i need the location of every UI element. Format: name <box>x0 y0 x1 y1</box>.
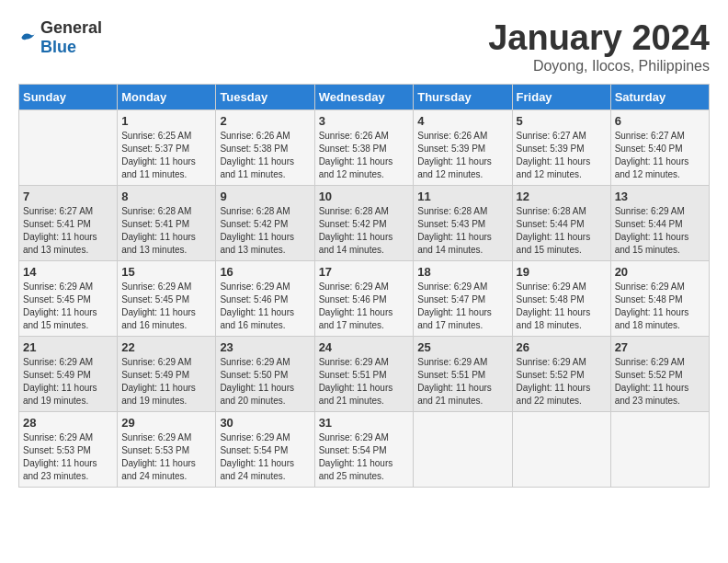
calendar-cell: 10Sunrise: 6:28 AM Sunset: 5:42 PM Dayli… <box>314 186 414 261</box>
calendar-cell: 1Sunrise: 6:25 AM Sunset: 5:37 PM Daylig… <box>118 110 216 186</box>
day-info: Sunrise: 6:29 AM Sunset: 5:44 PM Dayligh… <box>615 205 705 257</box>
day-info: Sunrise: 6:29 AM Sunset: 5:45 PM Dayligh… <box>23 281 113 332</box>
day-number: 8 <box>121 190 211 203</box>
logo: General Blue <box>18 18 102 57</box>
day-number: 22 <box>121 340 211 354</box>
calendar-cell: 14Sunrise: 6:29 AM Sunset: 5:45 PM Dayli… <box>19 261 118 337</box>
day-number: 10 <box>319 190 410 203</box>
calendar-cell: 26Sunrise: 6:29 AM Sunset: 5:52 PM Dayli… <box>512 337 610 412</box>
week-row-1: 1Sunrise: 6:25 AM Sunset: 5:37 PM Daylig… <box>19 110 710 186</box>
calendar-cell: 27Sunrise: 6:29 AM Sunset: 5:52 PM Dayli… <box>610 337 709 412</box>
day-info: Sunrise: 6:27 AM Sunset: 5:40 PM Dayligh… <box>615 130 705 181</box>
calendar-cell: 6Sunrise: 6:27 AM Sunset: 5:40 PM Daylig… <box>610 110 709 186</box>
calendar-cell: 24Sunrise: 6:29 AM Sunset: 5:51 PM Dayli… <box>314 337 414 412</box>
day-info: Sunrise: 6:29 AM Sunset: 5:48 PM Dayligh… <box>517 281 607 332</box>
day-info: Sunrise: 6:29 AM Sunset: 5:52 PM Dayligh… <box>517 356 607 408</box>
day-info: Sunrise: 6:29 AM Sunset: 5:46 PM Dayligh… <box>319 281 410 332</box>
calendar-cell: 31Sunrise: 6:29 AM Sunset: 5:54 PM Dayli… <box>314 412 414 488</box>
calendar-cell: 21Sunrise: 6:29 AM Sunset: 5:49 PM Dayli… <box>19 337 118 412</box>
calendar-table: SundayMondayTuesdayWednesdayThursdayFrid… <box>18 84 710 488</box>
day-number: 17 <box>319 265 410 279</box>
calendar-cell: 22Sunrise: 6:29 AM Sunset: 5:49 PM Dayli… <box>118 337 216 412</box>
week-row-4: 21Sunrise: 6:29 AM Sunset: 5:49 PM Dayli… <box>19 337 710 412</box>
day-info: Sunrise: 6:29 AM Sunset: 5:53 PM Dayligh… <box>23 431 113 483</box>
calendar-cell: 2Sunrise: 6:26 AM Sunset: 5:38 PM Daylig… <box>216 110 314 186</box>
day-info: Sunrise: 6:29 AM Sunset: 5:49 PM Dayligh… <box>121 356 211 408</box>
calendar-cell <box>610 412 709 488</box>
day-number: 21 <box>23 340 113 354</box>
day-number: 31 <box>319 416 410 430</box>
calendar-cell: 18Sunrise: 6:29 AM Sunset: 5:47 PM Dayli… <box>414 261 512 337</box>
calendar-header-row: SundayMondayTuesdayWednesdayThursdayFrid… <box>19 85 710 110</box>
day-info: Sunrise: 6:26 AM Sunset: 5:39 PM Dayligh… <box>417 130 507 181</box>
day-info: Sunrise: 6:29 AM Sunset: 5:54 PM Dayligh… <box>220 431 310 483</box>
day-number: 12 <box>517 190 607 203</box>
day-number: 1 <box>121 114 211 128</box>
column-header-friday: Friday <box>512 85 610 110</box>
calendar-cell: 19Sunrise: 6:29 AM Sunset: 5:48 PM Dayli… <box>512 261 610 337</box>
day-number: 28 <box>23 416 113 430</box>
calendar-cell: 13Sunrise: 6:29 AM Sunset: 5:44 PM Dayli… <box>610 186 709 261</box>
day-info: Sunrise: 6:29 AM Sunset: 5:50 PM Dayligh… <box>220 356 310 408</box>
day-info: Sunrise: 6:28 AM Sunset: 5:42 PM Dayligh… <box>220 205 310 257</box>
day-info: Sunrise: 6:29 AM Sunset: 5:45 PM Dayligh… <box>121 281 211 332</box>
column-header-sunday: Sunday <box>19 85 118 110</box>
day-info: Sunrise: 6:29 AM Sunset: 5:51 PM Dayligh… <box>319 356 410 408</box>
calendar-cell: 7Sunrise: 6:27 AM Sunset: 5:41 PM Daylig… <box>19 186 118 261</box>
day-info: Sunrise: 6:28 AM Sunset: 5:43 PM Dayligh… <box>417 205 507 257</box>
day-info: Sunrise: 6:25 AM Sunset: 5:37 PM Dayligh… <box>121 130 211 181</box>
day-number: 11 <box>417 190 507 203</box>
week-row-5: 28Sunrise: 6:29 AM Sunset: 5:53 PM Dayli… <box>19 412 710 488</box>
column-header-thursday: Thursday <box>414 85 512 110</box>
day-info: Sunrise: 6:27 AM Sunset: 5:39 PM Dayligh… <box>517 130 607 181</box>
week-row-3: 14Sunrise: 6:29 AM Sunset: 5:45 PM Dayli… <box>19 261 710 337</box>
day-number: 16 <box>220 265 310 279</box>
day-number: 7 <box>23 190 113 203</box>
day-info: Sunrise: 6:29 AM Sunset: 5:52 PM Dayligh… <box>615 356 705 408</box>
day-number: 29 <box>121 416 211 430</box>
day-info: Sunrise: 6:28 AM Sunset: 5:42 PM Dayligh… <box>319 205 410 257</box>
calendar-cell: 3Sunrise: 6:26 AM Sunset: 5:38 PM Daylig… <box>314 110 414 186</box>
title-area: January 2024 Doyong, Ilocos, Philippines <box>488 18 710 75</box>
day-info: Sunrise: 6:29 AM Sunset: 5:49 PM Dayligh… <box>23 356 113 408</box>
day-number: 26 <box>517 340 607 354</box>
calendar-cell: 8Sunrise: 6:28 AM Sunset: 5:41 PM Daylig… <box>118 186 216 261</box>
calendar-cell: 5Sunrise: 6:27 AM Sunset: 5:39 PM Daylig… <box>512 110 610 186</box>
month-title: January 2024 <box>488 18 710 58</box>
logo-blue-text: Blue <box>40 38 76 56</box>
day-number: 4 <box>417 114 507 128</box>
day-info: Sunrise: 6:29 AM Sunset: 5:47 PM Dayligh… <box>417 281 507 332</box>
week-row-2: 7Sunrise: 6:27 AM Sunset: 5:41 PM Daylig… <box>19 186 710 261</box>
calendar-cell <box>19 110 118 186</box>
calendar-cell: 16Sunrise: 6:29 AM Sunset: 5:46 PM Dayli… <box>216 261 314 337</box>
day-number: 24 <box>319 340 410 354</box>
day-number: 14 <box>23 265 113 279</box>
day-number: 18 <box>417 265 507 279</box>
day-info: Sunrise: 6:29 AM Sunset: 5:48 PM Dayligh… <box>615 281 705 332</box>
calendar-cell: 4Sunrise: 6:26 AM Sunset: 5:39 PM Daylig… <box>414 110 512 186</box>
day-info: Sunrise: 6:29 AM Sunset: 5:51 PM Dayligh… <box>417 356 507 408</box>
column-header-tuesday: Tuesday <box>216 85 314 110</box>
day-info: Sunrise: 6:29 AM Sunset: 5:54 PM Dayligh… <box>319 431 410 483</box>
day-number: 15 <box>121 265 211 279</box>
location-title: Doyong, Ilocos, Philippines <box>488 58 710 75</box>
day-number: 3 <box>319 114 410 128</box>
day-info: Sunrise: 6:27 AM Sunset: 5:41 PM Dayligh… <box>23 205 113 257</box>
day-number: 20 <box>615 265 705 279</box>
day-info: Sunrise: 6:28 AM Sunset: 5:41 PM Dayligh… <box>121 205 211 257</box>
calendar-cell: 20Sunrise: 6:29 AM Sunset: 5:48 PM Dayli… <box>610 261 709 337</box>
calendar-cell: 12Sunrise: 6:28 AM Sunset: 5:44 PM Dayli… <box>512 186 610 261</box>
calendar-body: 1Sunrise: 6:25 AM Sunset: 5:37 PM Daylig… <box>19 110 710 488</box>
calendar-cell: 30Sunrise: 6:29 AM Sunset: 5:54 PM Dayli… <box>216 412 314 488</box>
day-number: 23 <box>220 340 310 354</box>
column-header-monday: Monday <box>118 85 216 110</box>
calendar-cell: 17Sunrise: 6:29 AM Sunset: 5:46 PM Dayli… <box>314 261 414 337</box>
calendar-cell <box>512 412 610 488</box>
calendar-cell <box>414 412 512 488</box>
logo-general-text: General <box>40 18 102 37</box>
day-number: 30 <box>220 416 310 430</box>
header: General Blue January 2024 Doyong, Ilocos… <box>18 18 710 75</box>
calendar-cell: 23Sunrise: 6:29 AM Sunset: 5:50 PM Dayli… <box>216 337 314 412</box>
day-info: Sunrise: 6:29 AM Sunset: 5:53 PM Dayligh… <box>121 431 211 483</box>
day-info: Sunrise: 6:29 AM Sunset: 5:46 PM Dayligh… <box>220 281 310 332</box>
